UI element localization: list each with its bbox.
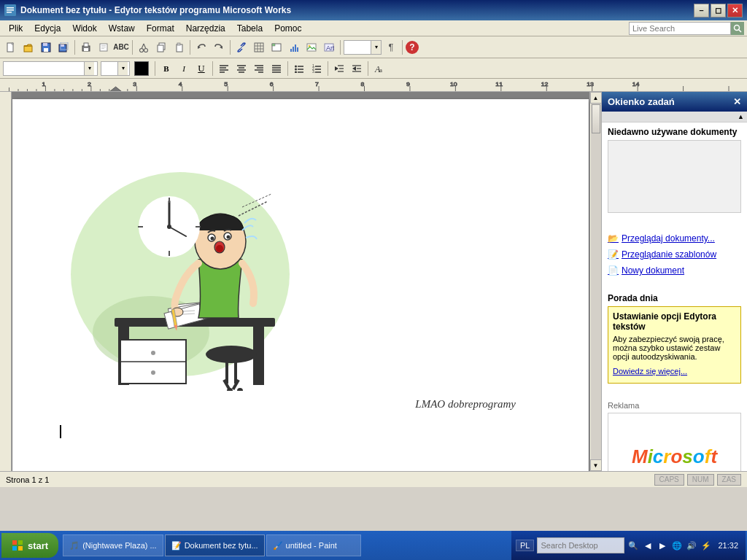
format-toolbar: Times New Roman ▾ 10 ▾ B I U 1.2.3. Aa	[0, 58, 747, 79]
new-document-link[interactable]: 📄 Nowy dokument	[608, 262, 741, 279]
document-caption: LMAO dobreprogramy	[56, 398, 545, 411]
redo-button[interactable]	[211, 39, 227, 55]
text-cursor-area[interactable]	[56, 425, 545, 440]
taskbar-nightwave[interactable]: 🎵 (Nightwave Plaza) ...	[63, 534, 163, 556]
numbered-list-button[interactable]: 1.2.3.	[309, 61, 325, 77]
scroll-track[interactable]	[591, 104, 601, 459]
svg-rect-7	[24, 46, 32, 52]
browse-templates-link[interactable]: 📝 Przeglądanie szablonów	[608, 246, 741, 262]
svg-rect-42	[295, 44, 296, 52]
title-bar-left: Dokument bez tytułu - Edytor tekstów pro…	[4, 4, 291, 16]
zoom-input[interactable]: 100%	[344, 41, 371, 54]
page-status: Strona 1 z 1	[6, 475, 49, 484]
scroll-up-button[interactable]: ▲	[590, 92, 602, 104]
menu-view[interactable]: Widok	[66, 22, 102, 35]
open-button[interactable]	[20, 39, 36, 55]
font-name-input[interactable]: Times New Roman	[4, 62, 84, 75]
font-color-box[interactable]	[134, 61, 149, 76]
underline-button[interactable]: U	[193, 61, 209, 77]
font-size-arrow[interactable]: ▾	[117, 62, 128, 75]
restore-button[interactable]: ◻	[711, 4, 726, 18]
help-button[interactable]: ?	[406, 41, 419, 54]
taskbar-search-input[interactable]	[537, 537, 624, 553]
zoom-dropdown-arrow[interactable]: ▾	[371, 41, 381, 54]
live-search-input[interactable]	[629, 22, 731, 35]
table-button[interactable]	[251, 39, 267, 55]
minimize-button[interactable]: –	[694, 4, 709, 18]
italic-button[interactable]: I	[176, 61, 192, 77]
spreadsheet-button[interactable]	[268, 39, 285, 55]
svg-rect-39	[272, 44, 275, 46]
battery-icon[interactable]: ⚡	[700, 540, 712, 551]
print-button[interactable]	[78, 39, 94, 55]
text-cursor	[60, 425, 61, 438]
hyperlink-button[interactable]	[233, 39, 249, 55]
paint-label: untitled - Paint	[286, 541, 337, 550]
ad-label: Reklama	[608, 401, 741, 410]
cut-button[interactable]	[136, 39, 152, 55]
taskbar-works[interactable]: 📝 Dokument bez tytu...	[165, 534, 265, 556]
task-pane-close[interactable]: ✕	[733, 96, 741, 107]
taskbar: start 🎵 (Nightwave Plaza) ... 📝 Dokument…	[0, 531, 747, 560]
increase-indent-button[interactable]	[349, 61, 365, 77]
document-area[interactable]: LMAO dobreprogramy	[12, 92, 589, 471]
svg-text:1: 1	[42, 82, 46, 88]
scroll-down-button[interactable]: ▼	[590, 459, 602, 471]
menu-bar: Plik Edycja Widok Wstaw Format Narzędzia…	[0, 20, 747, 36]
print-preview-button[interactable]	[96, 39, 112, 55]
svg-rect-172	[12, 540, 17, 545]
separator	[155, 61, 155, 76]
paste-button[interactable]	[171, 39, 187, 55]
menu-table[interactable]: Tabela	[231, 22, 268, 35]
start-button[interactable]: start	[1, 533, 58, 558]
language-button[interactable]: PL	[516, 540, 534, 551]
vertical-scrollbar[interactable]: ▲ ▼	[589, 92, 601, 471]
align-left-button[interactable]	[216, 61, 232, 77]
num-lock-indicator: NUM	[687, 474, 714, 486]
chart-button[interactable]	[286, 39, 302, 55]
save-all-button[interactable]	[55, 39, 71, 55]
taskbar-paint[interactable]: 🖌️ untitled - Paint	[266, 534, 361, 556]
scroll-thumb[interactable]	[592, 104, 600, 133]
font-size-combo: 10 ▾	[101, 61, 130, 76]
save-button[interactable]	[38, 39, 54, 55]
image-button[interactable]	[303, 39, 320, 55]
separator	[402, 40, 403, 55]
svg-point-66	[295, 68, 297, 70]
task-pane-scroll-up[interactable]: ▲	[738, 113, 744, 120]
align-center-button[interactable]	[233, 61, 249, 77]
svg-rect-17	[84, 48, 88, 51]
font-name-arrow[interactable]: ▾	[84, 62, 94, 75]
close-button[interactable]: ✕	[727, 4, 743, 18]
menu-tools[interactable]: Narzędzia	[180, 22, 231, 35]
spellcheck-button[interactable]: ABC	[113, 39, 129, 55]
separator	[368, 61, 368, 76]
decrease-indent-button[interactable]	[331, 61, 347, 77]
browse-documents-link[interactable]: 📂 Przeglądaj dokumenty...	[608, 230, 741, 246]
copy-button[interactable]	[153, 39, 169, 55]
menu-format[interactable]: Format	[141, 22, 180, 35]
volume-icon[interactable]: 🔊	[686, 540, 697, 551]
undo-button[interactable]	[193, 39, 209, 55]
align-justify-button[interactable]	[268, 61, 285, 77]
font-dialog-button[interactable]: Aa	[371, 61, 387, 77]
forward-icon[interactable]: ▶	[657, 540, 668, 551]
network-icon[interactable]: 🌐	[671, 540, 683, 551]
new-button[interactable]	[3, 39, 19, 55]
svg-line-5	[739, 29, 742, 32]
menu-insert[interactable]: Wstaw	[103, 22, 141, 35]
clipart-button[interactable]: Art	[321, 39, 337, 55]
tip-more-link[interactable]: Dowiedz się więcej...	[613, 364, 736, 378]
menu-help[interactable]: Pomoc	[268, 22, 307, 35]
align-right-button[interactable]	[251, 61, 267, 77]
bullet-list-button[interactable]	[291, 61, 307, 77]
font-size-input[interactable]: 10	[101, 62, 117, 75]
back-icon[interactable]: ◀	[642, 540, 654, 551]
search-icon[interactable]: 🔍	[627, 540, 639, 551]
menu-file[interactable]: Plik	[3, 22, 28, 35]
search-button[interactable]	[731, 22, 744, 35]
menu-edit[interactable]: Edycja	[28, 22, 66, 35]
bold-button[interactable]: B	[158, 61, 174, 77]
task-pane-title: Okienko zadań	[608, 96, 675, 107]
show-formatting-button[interactable]: ¶	[383, 39, 399, 55]
